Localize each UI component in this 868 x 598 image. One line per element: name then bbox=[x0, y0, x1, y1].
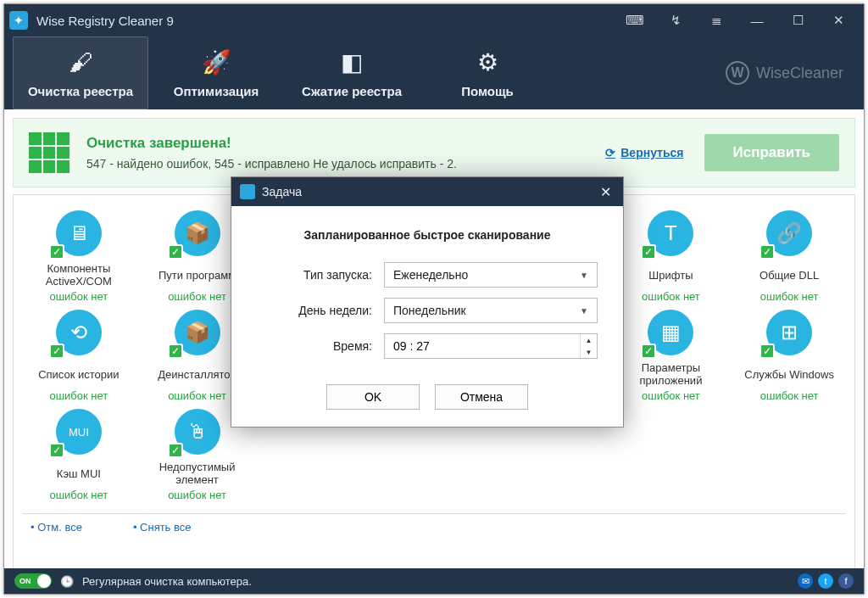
brush-icon: 🖌 bbox=[69, 48, 92, 77]
return-label: Вернуться bbox=[620, 146, 683, 159]
weekday-select[interactable]: Понедельник ▼ bbox=[384, 298, 598, 323]
brand-badge-icon: W bbox=[726, 61, 749, 85]
cancel-button[interactable]: Отмена bbox=[435, 384, 528, 410]
time-spinner[interactable]: 09 : 27 ▲ ▼ bbox=[384, 333, 598, 359]
status-subtext: 547 - найдено ошибок, 545 - исправлено Н… bbox=[86, 157, 457, 170]
item-label: Недопустимый элемент bbox=[141, 460, 254, 487]
tool-icon[interactable]: ↯ bbox=[655, 4, 696, 36]
titlebar: ✦ Wise Registry Cleaner 9 ⌨ ↯ ≣ — ☐ ✕ bbox=[4, 4, 864, 36]
item-label: Деинсталлятор bbox=[158, 360, 236, 388]
feedback-icon[interactable]: ⌨ bbox=[615, 4, 655, 36]
gear-icon: ⚙ bbox=[477, 48, 498, 77]
spin-up-button[interactable]: ▲ bbox=[581, 334, 597, 346]
bottom-links: Отм. все Снять все bbox=[22, 513, 846, 540]
footer-text: Регулярная очистка компьютера. bbox=[82, 575, 252, 588]
grid-icon bbox=[29, 132, 70, 173]
item-label: Службы Windows bbox=[744, 360, 834, 388]
chevron-down-icon: ▼ bbox=[580, 306, 588, 316]
dialog-close-button[interactable]: ✕ bbox=[597, 184, 615, 200]
select-all-link[interactable]: Отм. все bbox=[31, 521, 82, 534]
item-status: ошибок нет bbox=[642, 389, 700, 402]
tab-label: Помощь bbox=[461, 84, 514, 98]
launch-type-label: Тип запуска: bbox=[257, 268, 384, 282]
item-label: Пути программ bbox=[159, 261, 236, 288]
schedule-toggle[interactable]: ON bbox=[14, 573, 52, 589]
item-label: Список истории bbox=[38, 360, 119, 388]
item-icon: 📦✓ bbox=[175, 210, 220, 256]
check-icon: ✓ bbox=[168, 244, 183, 260]
item-icon: 🖱✓ bbox=[175, 409, 220, 455]
check-icon: ✓ bbox=[641, 244, 656, 260]
tab-help[interactable]: ⚙ Помощь bbox=[420, 36, 555, 109]
time-value: 09 : 27 bbox=[393, 339, 430, 353]
item-icon: ▦✓ bbox=[648, 310, 693, 355]
registry-item[interactable]: ⟲✓Список историиошибок нет bbox=[22, 310, 136, 402]
tab-registry-clean[interactable]: 🖌 Очистка реестра bbox=[13, 36, 148, 109]
nav-row: 🖌 Очистка реестра 🚀 Оптимизация ◧ Сжатие… bbox=[4, 36, 864, 109]
check-icon: ✓ bbox=[49, 443, 64, 458]
minimize-button[interactable]: — bbox=[737, 4, 777, 36]
rocket-icon: 🚀 bbox=[202, 48, 231, 77]
app-logo-icon: ✦ bbox=[9, 11, 28, 30]
weekday-label: День недели: bbox=[257, 304, 384, 317]
registry-item[interactable]: 🖥✓Компоненты ActiveX/COMошибок нет bbox=[22, 210, 136, 303]
dialog-title: Задача bbox=[262, 185, 302, 198]
registry-item[interactable]: 🔗✓Общие DLLошибок нет bbox=[732, 210, 846, 303]
brand: W WiseCleaner bbox=[726, 36, 855, 109]
blocks-icon: ◧ bbox=[341, 48, 363, 77]
item-status: ошибок нет bbox=[760, 389, 819, 402]
refresh-icon: ⟳ bbox=[605, 146, 615, 159]
tab-label: Оптимизация bbox=[174, 84, 259, 98]
twitter-icon[interactable]: t bbox=[818, 573, 833, 589]
item-label: Компоненты ActiveX/COM bbox=[22, 261, 136, 288]
time-label: Время: bbox=[257, 339, 384, 353]
mail-icon[interactable]: ✉ bbox=[798, 573, 813, 589]
launch-type-select[interactable]: Еженедельно ▼ bbox=[384, 262, 598, 288]
brand-text: WiseCleaner bbox=[756, 64, 843, 82]
item-status: ошибок нет bbox=[168, 489, 226, 501]
check-icon: ✓ bbox=[49, 344, 64, 359]
registry-item[interactable]: T✓Шрифтыошибок нет bbox=[615, 210, 728, 303]
item-label: Параметры приложений bbox=[615, 360, 728, 388]
tab-label: Очистка реестра bbox=[28, 84, 133, 98]
status-heading: Очистка завершена! bbox=[86, 135, 457, 152]
item-label: Общие DLL bbox=[760, 261, 819, 288]
item-status: ошибок нет bbox=[760, 290, 819, 303]
check-icon: ✓ bbox=[760, 244, 775, 260]
app-title: Wise Registry Cleaner 9 bbox=[36, 14, 174, 28]
registry-item[interactable]: MUI✓Кэш MUIошибок нет bbox=[22, 409, 136, 501]
toggle-label: ON bbox=[19, 577, 31, 585]
fix-button[interactable]: Исправить bbox=[704, 134, 839, 171]
registry-item[interactable]: ▦✓Параметры приложенийошибок нет bbox=[615, 310, 728, 402]
item-icon: 🔗✓ bbox=[766, 210, 812, 256]
item-icon: MUI✓ bbox=[56, 409, 102, 455]
tab-optimize[interactable]: 🚀 Оптимизация bbox=[148, 36, 284, 109]
item-status: ошибок нет bbox=[168, 290, 226, 303]
check-icon: ✓ bbox=[760, 344, 775, 359]
dialog-heading: Запланированное быстрое сканирование bbox=[257, 228, 598, 242]
item-label: Шрифты bbox=[648, 261, 693, 288]
maximize-button[interactable]: ☐ bbox=[777, 4, 818, 36]
facebook-icon[interactable]: f bbox=[838, 573, 854, 589]
registry-item[interactable]: ⊞✓Службы Windowsошибок нет bbox=[732, 310, 846, 402]
footer: ON 🕒 Регулярная очистка компьютера. ✉ t … bbox=[4, 568, 864, 594]
item-icon: ⟲✓ bbox=[56, 310, 102, 355]
item-status: ошибок нет bbox=[642, 290, 700, 303]
item-icon: T✓ bbox=[648, 210, 693, 256]
weekday-value: Понедельник bbox=[393, 304, 466, 317]
dialog-titlebar: Задача ✕ bbox=[231, 177, 623, 206]
clock-icon: 🕒 bbox=[60, 575, 74, 588]
ok-button[interactable]: OK bbox=[326, 384, 420, 410]
spin-down-button[interactable]: ▼ bbox=[581, 346, 597, 358]
item-status: ошибок нет bbox=[49, 290, 108, 303]
check-icon: ✓ bbox=[168, 443, 183, 458]
item-icon: 📦✓ bbox=[175, 310, 220, 355]
deselect-all-link[interactable]: Снять все bbox=[133, 521, 192, 534]
check-icon: ✓ bbox=[641, 344, 656, 359]
menu-icon[interactable]: ≣ bbox=[696, 4, 737, 36]
dialog-logo-icon bbox=[240, 184, 255, 199]
status-message: Очистка завершена! 547 - найдено ошибок,… bbox=[86, 135, 457, 170]
close-button[interactable]: ✕ bbox=[818, 4, 859, 36]
tab-compress[interactable]: ◧ Сжатие реестра bbox=[284, 36, 420, 109]
return-link[interactable]: ⟳ Вернуться bbox=[605, 146, 683, 159]
